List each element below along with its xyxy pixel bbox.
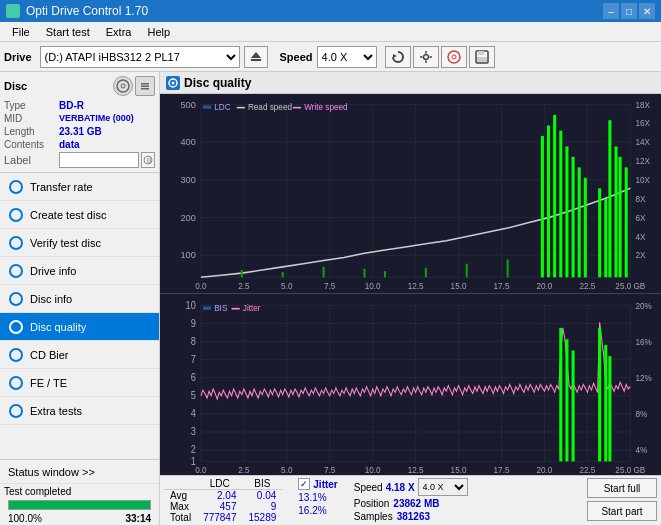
progress-percent: 100.0% [8,513,42,524]
sidebar-item-cd-bier[interactable]: CD Bier [0,341,159,369]
svg-text:Write speed: Write speed [304,103,348,112]
svg-text:10.0: 10.0 [365,464,381,474]
svg-text:20.0: 20.0 [536,464,552,474]
svg-text:⚙: ⚙ [146,157,152,164]
svg-text:15.0: 15.0 [451,282,467,291]
jitter-label: Jitter [313,479,337,490]
samples-label: Samples [354,511,393,522]
label-edit-button[interactable]: ⚙ [141,152,155,168]
sidebar-item-transfer-rate[interactable]: Transfer rate [0,173,159,201]
menu-file[interactable]: File [4,24,38,40]
svg-text:17.5: 17.5 [494,282,510,291]
save-button[interactable] [469,46,495,68]
speed-select[interactable]: 4.0 X 2.0 X 6.0 X 8.0 X [317,46,377,68]
nav-label-extra-tests: Extra tests [30,405,82,417]
sidebar-item-drive-info[interactable]: Drive info [0,257,159,285]
max-label: Max [164,501,197,512]
svg-text:17.5: 17.5 [494,464,510,474]
minimize-button[interactable]: – [603,3,619,19]
start-full-button[interactable]: Start full [587,478,657,498]
svg-text:12.5: 12.5 [408,464,424,474]
contents-label: Contents [4,139,59,150]
total-label: Total [164,512,197,523]
svg-point-3 [423,54,428,59]
jitter-checkbox[interactable]: ✓ [298,478,310,490]
avg-bis: 0.04 [243,490,283,502]
contents-value: data [59,139,80,150]
svg-rect-87 [203,106,211,109]
speed-select[interactable]: 4.0 X [418,478,468,496]
svg-text:7.5: 7.5 [324,464,336,474]
jitter-max: 16.2% [298,505,337,516]
svg-text:10.0: 10.0 [365,282,381,291]
svg-point-21 [172,81,175,84]
edit-icon: ⚙ [143,155,153,165]
stats-bar: LDC BIS Avg 2.04 0.04 Max 457 9 [160,475,661,525]
right-buttons: Start full Start part [587,478,657,521]
app-title: Opti Drive Control 1.70 [26,4,148,18]
sidebar-item-fe-te[interactable]: FE / TE [0,369,159,397]
disc-section: Disc [0,72,159,173]
svg-rect-15 [141,83,149,85]
sidebar-item-extra-tests[interactable]: Extra tests [0,397,159,425]
svg-text:400: 400 [180,137,195,147]
menu-bar: File Start test Extra Help [0,22,661,42]
eject-button[interactable] [244,46,268,68]
maximize-button[interactable]: □ [621,3,637,19]
nav-icon-verify [9,236,23,250]
nav-label-verify-test-disc: Verify test disc [30,237,101,249]
settings-button[interactable] [413,46,439,68]
speed-value: 4.18 X [386,482,415,493]
svg-text:Read speed: Read speed [248,103,292,112]
charts-container: 500 400 300 200 100 18X 16X 14X 12X 10X … [160,94,661,475]
svg-text:BIS: BIS [214,303,227,313]
svg-text:10X: 10X [635,176,650,185]
svg-text:500: 500 [180,100,195,110]
start-part-button[interactable]: Start part [587,501,657,521]
content-header: Disc quality [160,72,661,94]
svg-text:20%: 20% [635,300,652,310]
svg-text:25.0 GB: 25.0 GB [615,282,645,291]
menu-help[interactable]: Help [139,24,178,40]
close-button[interactable]: ✕ [639,3,655,19]
svg-text:5.0: 5.0 [281,282,293,291]
disc-option-btn[interactable] [135,76,155,96]
nav-label-drive-info: Drive info [30,265,76,277]
content-header-icon [166,76,180,90]
type-value: BD-R [59,100,84,111]
disc-button[interactable] [441,46,467,68]
status-time: 33:14 [125,513,151,524]
svg-text:5.0: 5.0 [281,464,293,474]
sidebar-item-disc-quality[interactable]: Disc quality [0,313,159,341]
speed-label: Speed [354,482,383,493]
position-value: 23862 MB [393,498,439,509]
content-area: Disc quality [160,72,661,525]
type-label: Type [4,100,59,111]
disc-section-title: Disc [4,80,27,92]
svg-text:0.0: 0.0 [195,464,207,474]
refresh-icon [391,50,405,64]
nav-icon-extra [9,404,23,418]
refresh-button[interactable] [385,46,411,68]
jitter-avg: 13.1% [298,492,337,503]
drive-label: Drive [4,51,32,63]
settings-icon [419,50,433,64]
svg-text:7.5: 7.5 [324,282,336,291]
svg-text:8: 8 [191,335,196,347]
status-window-button[interactable]: Status window >> [0,460,159,484]
menu-extra[interactable]: Extra [98,24,140,40]
svg-text:8%: 8% [635,409,647,419]
sidebar-item-disc-info[interactable]: Disc info [0,285,159,313]
label-label: Label [4,154,59,166]
sidebar-item-create-test-disc[interactable]: Create test disc [0,201,159,229]
disc-icon-btn[interactable] [113,76,133,96]
svg-text:100: 100 [180,250,195,260]
label-input[interactable] [59,152,139,168]
drive-select[interactable]: (D:) ATAPI iHBS312 2 PL17 [40,46,240,68]
svg-text:9: 9 [191,317,196,329]
disc-icon [447,50,461,64]
sidebar-item-verify-test-disc[interactable]: Verify test disc [0,229,159,257]
nav-icon-cd-bier [9,348,23,362]
menu-start-test[interactable]: Start test [38,24,98,40]
jitter-stats: ✓ Jitter 13.1% 16.2% [298,478,337,516]
